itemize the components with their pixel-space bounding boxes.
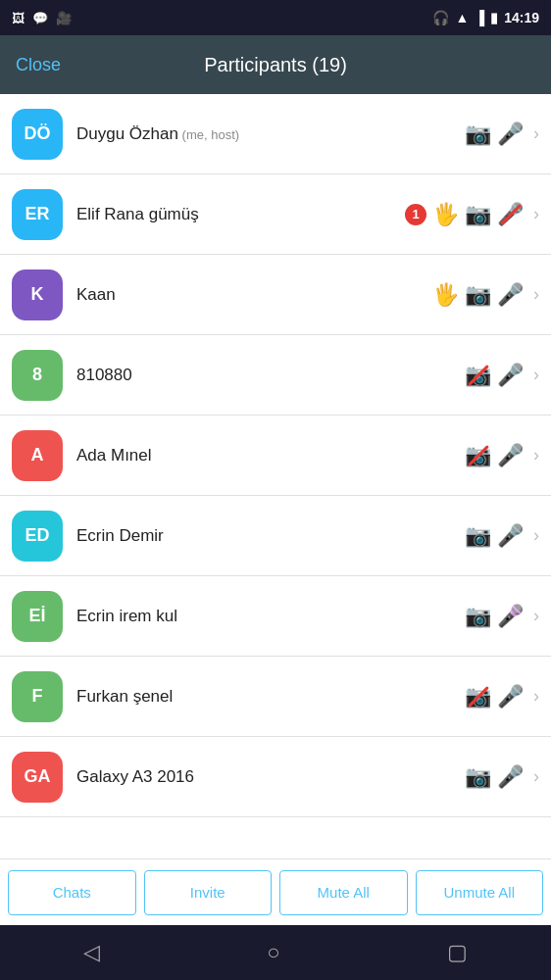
wifi-icon: ▲ xyxy=(455,10,469,25)
unmute-all-button[interactable]: Unmute All xyxy=(416,870,544,915)
battery-icon: ▮ xyxy=(490,10,498,25)
avatar: F xyxy=(12,671,63,722)
participant-controls: 📷🎤› xyxy=(465,122,539,147)
avatar: GA xyxy=(12,752,63,803)
video-icon: 📷 xyxy=(465,202,491,227)
page-title: Participants (19) xyxy=(84,54,467,76)
participant-controls: 🖐📷🎤› xyxy=(432,282,539,308)
chevron-right-icon: › xyxy=(533,204,539,224)
participants-list: DÖDuygu Özhan (me, host)📷🎤›ERElif Rana g… xyxy=(0,94,551,858)
video-control[interactable]: 📷 xyxy=(465,363,491,388)
video-icon: 📷 xyxy=(465,604,491,629)
participant-name: 810880 xyxy=(76,366,465,385)
participant-name: Elif Rana gümüş xyxy=(76,205,405,224)
video-control[interactable]: 📷 xyxy=(465,604,491,629)
bottom-bar: Chats Invite Mute All Unmute All xyxy=(0,858,551,925)
chevron-right-icon: › xyxy=(533,365,539,385)
participant-controls: 📷🎤› xyxy=(465,764,539,790)
avatar: Eİ xyxy=(12,591,63,642)
headphone-icon: 🎧 xyxy=(432,10,449,25)
avatar: 8 xyxy=(12,350,63,401)
avatar: ED xyxy=(12,511,63,562)
mic-icon[interactable]: 🎤 xyxy=(497,363,524,388)
nav-bar: ◁ ○ ▢ xyxy=(0,925,551,980)
video-icon: 📷 xyxy=(465,122,491,147)
avatar: K xyxy=(12,270,63,320)
chats-button[interactable]: Chats xyxy=(8,870,136,915)
video-control[interactable]: 📷 xyxy=(465,443,491,468)
status-bar: 🖼 💬 🎥 🎧 ▲ ▐ ▮ 14:19 xyxy=(0,0,551,35)
video-icon: 📷 xyxy=(465,523,491,549)
chevron-right-icon: › xyxy=(533,445,539,466)
participant-row[interactable]: EİEcrin irem kul📷🎤› xyxy=(0,576,551,657)
participant-controls: 📷🎤› xyxy=(465,523,539,549)
avatar: A xyxy=(12,430,63,481)
mic-icon[interactable]: 🎤 xyxy=(497,764,524,790)
raise-hand-icon: 🖐 xyxy=(432,202,459,227)
whatsapp-icon: 💬 xyxy=(32,11,48,25)
mic-icon[interactable]: 🎤 xyxy=(497,282,524,308)
image-icon: 🖼 xyxy=(12,11,25,25)
recents-icon[interactable]: ▢ xyxy=(447,940,468,965)
participant-row[interactable]: ERElif Rana gümüş1🖐📷🎤› xyxy=(0,174,551,255)
participant-name: Duygu Özhan (me, host) xyxy=(76,124,465,144)
video-control[interactable]: 📷 xyxy=(465,523,491,549)
participant-controls: 📷🎤› xyxy=(465,363,539,388)
avatar: DÖ xyxy=(12,109,63,160)
participant-row[interactable]: AAda Mınel📷🎤› xyxy=(0,416,551,496)
signal-icon: ▐ xyxy=(475,10,484,25)
status-bar-left: 🖼 💬 🎥 xyxy=(12,11,72,25)
participant-controls: 1🖐📷🎤› xyxy=(405,202,539,227)
participant-name: Ecrin Demir xyxy=(76,526,465,546)
chevron-right-icon: › xyxy=(533,686,539,707)
mic-icon[interactable]: 🎤 xyxy=(497,684,524,710)
mic-icon[interactable]: 🎤 xyxy=(497,604,524,629)
back-icon[interactable]: ◁ xyxy=(83,940,100,965)
status-bar-right: 🎧 ▲ ▐ ▮ 14:19 xyxy=(432,10,539,25)
participant-row[interactable]: KKaan🖐📷🎤› xyxy=(0,255,551,335)
mic-icon[interactable]: 🎤 xyxy=(497,122,524,147)
video-icon: 📷 xyxy=(465,282,491,308)
participant-controls: 📷🎤› xyxy=(465,684,539,710)
video-control[interactable]: 📷 xyxy=(465,122,491,147)
video-control[interactable]: 📷 xyxy=(465,282,491,308)
participant-controls: 📷🎤› xyxy=(465,604,539,629)
participant-name: Galaxy A3 2016 xyxy=(76,767,465,787)
notification-badge: 1 xyxy=(405,204,426,225)
chevron-right-icon: › xyxy=(533,606,539,626)
chevron-right-icon: › xyxy=(533,525,539,546)
participant-name: Ada Mınel xyxy=(76,446,465,466)
video-icon: 🎥 xyxy=(56,11,72,25)
mic-control[interactable]: 🎤 xyxy=(497,202,524,227)
invite-button[interactable]: Invite xyxy=(144,870,273,915)
participant-name: Kaan xyxy=(76,285,432,305)
video-control[interactable]: 📷 xyxy=(465,684,491,710)
participant-row[interactable]: GAGalaxy A3 2016📷🎤› xyxy=(0,737,551,817)
mute-all-button[interactable]: Mute All xyxy=(279,870,408,915)
chevron-right-icon: › xyxy=(533,123,539,144)
chevron-right-icon: › xyxy=(533,766,539,787)
video-control[interactable]: 📷 xyxy=(465,764,491,790)
avatar: ER xyxy=(12,189,63,240)
participant-name: Ecrin irem kul xyxy=(76,607,465,626)
participant-row[interactable]: EDEcrin Demir📷🎤› xyxy=(0,496,551,576)
chevron-right-icon: › xyxy=(533,284,539,305)
participant-name: Furkan şenel xyxy=(76,687,465,707)
video-control[interactable]: 📷 xyxy=(465,202,491,227)
close-button[interactable]: Close xyxy=(16,55,84,75)
raise-hand-icon: 🖐 xyxy=(432,282,459,308)
mic-icon[interactable]: 🎤 xyxy=(497,443,524,468)
participant-row[interactable]: DÖDuygu Özhan (me, host)📷🎤› xyxy=(0,94,551,174)
participant-controls: 📷🎤› xyxy=(465,443,539,468)
mic-icon[interactable]: 🎤 xyxy=(497,523,524,549)
header: Close Participants (19) xyxy=(0,35,551,94)
participant-row[interactable]: FFurkan şenel📷🎤› xyxy=(0,657,551,737)
participant-row[interactable]: 8810880📷🎤› xyxy=(0,335,551,416)
home-icon[interactable]: ○ xyxy=(267,940,279,965)
time-display: 14:19 xyxy=(504,10,539,25)
video-icon: 📷 xyxy=(465,764,491,790)
